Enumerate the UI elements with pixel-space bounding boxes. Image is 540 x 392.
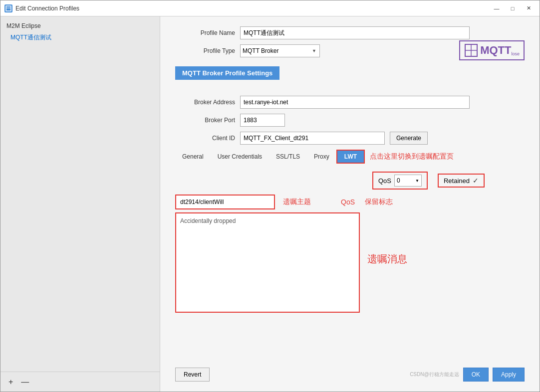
profile-name-label: Profile Name — [175, 29, 235, 36]
tab-lwt[interactable]: LWT — [336, 150, 365, 164]
retained-annotation: 保留标志 — [365, 197, 393, 206]
tabs-row: General User Credentials SSL/TLS Proxy L… — [175, 150, 525, 164]
sidebar-items: M2M Eclipse MQTT通信测试 — [0, 16, 160, 372]
qos-container: QoS 0 — [372, 172, 428, 190]
apply-button[interactable]: Apply — [493, 368, 525, 382]
broker-address-label: Broker Address — [175, 99, 235, 106]
tab-proxy[interactable]: Proxy — [307, 151, 336, 163]
qos-label: QoS — [378, 177, 391, 185]
client-id-row: Client ID Generate — [175, 132, 525, 145]
broker-port-label: Broker Port — [175, 117, 235, 124]
qos-annotation: QoS — [341, 198, 355, 206]
window-icon — [4, 4, 12, 12]
message-area-wrapper: Accidentally dropped — [175, 212, 360, 313]
message-area-label: Accidentally dropped — [180, 217, 355, 224]
sidebar-group-m2m: M2M Eclipse — [0, 20, 160, 31]
profile-name-row: Profile Name — [175, 26, 525, 39]
content-area: MQTT lose Profile Name Profile Type MQTT… — [160, 16, 540, 392]
tab-ssl-tls[interactable]: SSL/TLS — [269, 151, 307, 163]
maximize-button[interactable]: □ — [506, 3, 520, 14]
client-id-label: Client ID — [175, 135, 235, 142]
svg-rect-0 — [6, 6, 11, 11]
sidebar-footer: + — — [0, 372, 160, 392]
profile-type-label: Profile Type — [175, 47, 235, 54]
lwt-message-textarea[interactable] — [180, 226, 355, 306]
footer-area: Revert CSDN@行稳方能走远 OK Apply — [175, 368, 525, 382]
tab-user-credentials[interactable]: User Credentials — [211, 151, 269, 163]
sidebar-item-mqtt[interactable]: MQTT通信测试 — [0, 31, 160, 44]
topic-annotations-row: 遗嘱主题 QoS 保留标志 — [175, 195, 525, 209]
broker-address-row: Broker Address — [175, 96, 525, 109]
revert-button[interactable]: Revert — [175, 368, 210, 382]
section-header: MQTT Broker Profile Settings — [175, 66, 279, 80]
qos-select[interactable]: 0 — [394, 175, 422, 187]
generate-button[interactable]: Generate — [390, 132, 428, 145]
client-id-input[interactable] — [240, 132, 385, 145]
lwt-controls-row: QoS 0 Retained ✓ — [175, 172, 485, 190]
window-title: Edit Connection Profiles — [15, 5, 490, 12]
message-annotation: 遗嘱消息 — [367, 252, 407, 266]
broker-port-row: Broker Port — [175, 114, 525, 127]
message-area-section: Accidentally dropped 遗嘱消息 — [175, 212, 360, 313]
watermark: CSDN@行稳方能走远 — [410, 371, 459, 378]
mqtt-logo: MQTT lose — [459, 40, 525, 60]
close-button[interactable]: ✕ — [522, 3, 536, 14]
retained-label: Retained — [444, 177, 470, 185]
topic-annotation: 遗嘱主题 — [283, 197, 311, 206]
window-controls: — □ ✕ — [490, 3, 536, 14]
mqtt-logo-sub: lose — [511, 51, 520, 56]
main-content: M2M Eclipse MQTT通信测试 + — MQTT lose — [0, 16, 540, 392]
sidebar: M2M Eclipse MQTT通信测试 + — — [0, 16, 160, 392]
retained-checkbox[interactable]: ✓ — [473, 177, 479, 185]
topic-input-wrapper: 遗嘱主题 — [175, 195, 311, 209]
title-bar: Edit Connection Profiles — □ ✕ — [0, 0, 540, 16]
add-profile-button[interactable]: + — [6, 377, 15, 388]
main-window: Edit Connection Profiles — □ ✕ M2M Eclip… — [0, 0, 540, 392]
tab-hint-annotation: 点击这里切换到遗嘱配置页 — [370, 152, 454, 161]
retained-container: Retained ✓ — [438, 174, 485, 188]
tab-general[interactable]: General — [175, 151, 211, 163]
profile-name-input[interactable] — [240, 26, 470, 39]
profile-type-select[interactable]: MQTT Broker — [240, 44, 320, 57]
ok-button[interactable]: OK — [463, 368, 489, 382]
action-buttons: CSDN@行稳方能走远 OK Apply — [410, 368, 525, 382]
broker-address-input[interactable] — [240, 96, 470, 109]
remove-profile-button[interactable]: — — [19, 377, 31, 388]
lwt-topic-input[interactable] — [175, 195, 275, 209]
section-header-wrapper: MQTT Broker Profile Settings — [175, 62, 525, 88]
lwt-section: QoS 0 Retained ✓ 遗嘱主题 — [175, 172, 525, 313]
broker-port-input[interactable] — [240, 114, 285, 127]
minimize-button[interactable]: — — [490, 3, 504, 14]
mqtt-logo-text: MQTT — [480, 44, 511, 57]
